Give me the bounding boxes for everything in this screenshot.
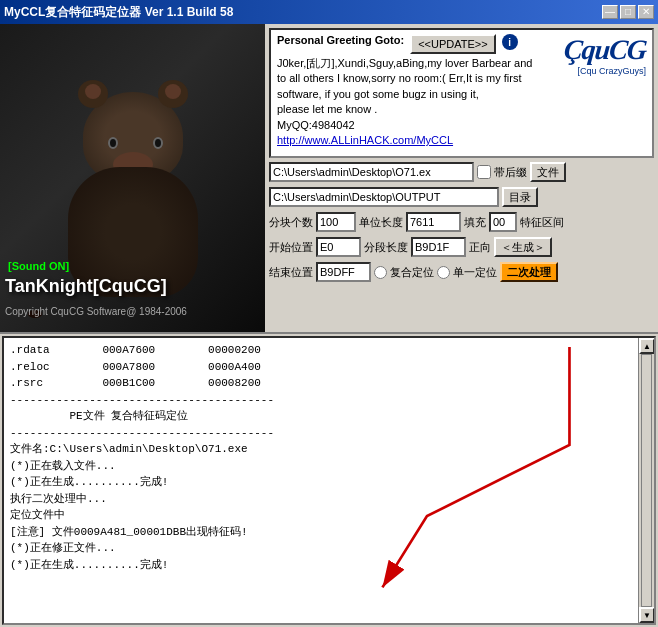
unit-len-label: 单位长度 — [359, 215, 403, 230]
scroll-up-button[interactable]: ▲ — [639, 338, 655, 354]
blocks-row: 分块个数 单位长度 填充 特征区间 — [269, 211, 654, 233]
log-line: [注意] 文件0009A481_00001DBB出现特征码! — [10, 524, 632, 541]
log-line: .reloc 000A7800 0000A400 — [10, 359, 632, 376]
bear-figure — [53, 92, 213, 292]
knight-label: TanKnight[CquCG] — [5, 276, 167, 297]
dir-button[interactable]: 目录 — [502, 187, 538, 207]
log-line: .rsrc 000B1C00 00008200 — [10, 375, 632, 392]
scroll-down-button[interactable]: ▼ — [639, 607, 655, 623]
log-line: (*)正在生成..........完成! — [10, 557, 632, 574]
log-line: 文件名:C:\Users\admin\Desktop\O71.exe — [10, 441, 632, 458]
greeting-content: Personal Greeting Goto: <<UPDATE>> i J0k… — [277, 34, 560, 148]
logo-area: ÇquCG [Cqu CrazyGuys] — [564, 34, 646, 76]
greeting-title: Personal Greeting Goto: — [277, 34, 404, 46]
bear-ear-right — [158, 80, 188, 108]
greeting-url: http://www.ALLinHACK.com/MyCCL — [277, 133, 560, 148]
output-path-input[interactable] — [269, 187, 499, 207]
log-section: .rdata 000A7600 00000200.reloc 000A7800 … — [2, 336, 656, 625]
greeting-box: Personal Greeting Goto: <<UPDATE>> i J0k… — [269, 28, 654, 158]
bear-inner-ear-right — [165, 84, 181, 99]
log-area[interactable]: .rdata 000A7600 00000200.reloc 000A7800 … — [4, 338, 638, 623]
forward-label: 正向 — [469, 240, 491, 255]
end-pos-label: 结束位置 — [269, 265, 313, 280]
end-pos-row: 结束位置 复合定位 单一定位 二次处理 — [269, 261, 654, 283]
greeting-body: J0ker,[乱刀],Xundi,Sguy,aBing,my lover Bar… — [277, 56, 560, 148]
suffix-checkbox[interactable] — [477, 165, 491, 179]
suffix-label: 带后缀 — [494, 165, 527, 180]
bear-eye-left — [108, 137, 118, 149]
window-title: MyCCL复合特征码定位器 Ver 1.1 Build 58 — [4, 4, 233, 21]
file-path-input[interactable] — [269, 162, 474, 182]
log-line: ---------------------------------------- — [10, 425, 632, 442]
start-pos-row: 开始位置 分段长度 正向 ＜生成＞ — [269, 236, 654, 258]
file-button[interactable]: 文件 — [530, 162, 566, 182]
close-button[interactable]: ✕ — [638, 5, 654, 19]
fill-input[interactable] — [489, 212, 517, 232]
left-panel: [Sound ON] TanKnight[CquCG] Copyright Cq… — [0, 24, 265, 332]
generate-button[interactable]: ＜生成＞ — [494, 237, 552, 257]
unit-len-input[interactable] — [406, 212, 461, 232]
window-content: [Sound ON] TanKnight[CquCG] Copyright Cq… — [0, 24, 658, 627]
single-label: 单一定位 — [453, 265, 497, 280]
cqu-logo: ÇquCG — [562, 34, 647, 66]
bear-inner-ear-left — [85, 84, 101, 99]
blocks-input[interactable] — [316, 212, 356, 232]
output-path-row: 目录 — [269, 186, 654, 208]
minimize-button[interactable]: — — [602, 5, 618, 19]
blocks-label: 分块个数 — [269, 215, 313, 230]
copyright-label: Copyright CquCG Software@ 1984-2006 — [5, 306, 187, 317]
file-path-row: 带后缀 文件 — [269, 161, 654, 183]
log-line: ---------------------------------------- — [10, 392, 632, 409]
compound-label: 复合定位 — [390, 265, 434, 280]
greeting-line4: please let me know . — [277, 102, 560, 117]
greeting-line2: to all others I know,sorry no room:( Err… — [277, 71, 560, 86]
log-line: PE文件 复合特征码定位 — [10, 408, 632, 425]
seg-len-label: 分段长度 — [364, 240, 408, 255]
bear-eye-right — [153, 137, 163, 149]
feature-label: 特征区间 — [520, 215, 564, 230]
start-pos-input[interactable] — [316, 237, 361, 257]
log-line: 执行二次处理中... — [10, 491, 632, 508]
window-controls: — □ ✕ — [602, 5, 654, 19]
sound-label: [Sound ON] — [8, 260, 69, 272]
cqu-sub: [Cqu CrazyGuys] — [577, 66, 646, 76]
info-icon[interactable]: i — [502, 34, 518, 50]
log-line: (*)正在生成..........完成! — [10, 474, 632, 491]
bear-ear-left — [78, 80, 108, 108]
end-pos-input[interactable] — [316, 262, 371, 282]
scrollbar: ▲ ▼ — [638, 338, 654, 623]
greeting-header: Personal Greeting Goto: <<UPDATE>> i — [277, 34, 560, 54]
log-line: .rdata 000A7600 00000200 — [10, 342, 632, 359]
single-radio[interactable] — [437, 266, 450, 279]
log-line: (*)正在修正文件... — [10, 540, 632, 557]
scroll-thumb[interactable] — [641, 354, 652, 607]
greeting-line3: software, if you got some bugz in using … — [277, 87, 560, 102]
greeting-line1: J0ker,[乱刀],Xundi,Sguy,aBing,my lover Bar… — [277, 56, 560, 71]
compound-radio[interactable] — [374, 266, 387, 279]
seg-len-input[interactable] — [411, 237, 466, 257]
log-line: 定位文件中 — [10, 507, 632, 524]
right-panel: Personal Greeting Goto: <<UPDATE>> i J0k… — [265, 24, 658, 332]
greeting-qq: MyQQ:4984042 — [277, 118, 560, 133]
start-pos-label: 开始位置 — [269, 240, 313, 255]
titlebar: MyCCL复合特征码定位器 Ver 1.1 Build 58 — □ ✕ — [0, 0, 658, 24]
maximize-button[interactable]: □ — [620, 5, 636, 19]
secondary-process-button[interactable]: 二次处理 — [500, 262, 558, 282]
log-line: (*)正在载入文件... — [10, 458, 632, 475]
fill-label: 填充 — [464, 215, 486, 230]
top-section: [Sound ON] TanKnight[CquCG] Copyright Cq… — [0, 24, 658, 334]
update-button[interactable]: <<UPDATE>> — [410, 34, 496, 54]
